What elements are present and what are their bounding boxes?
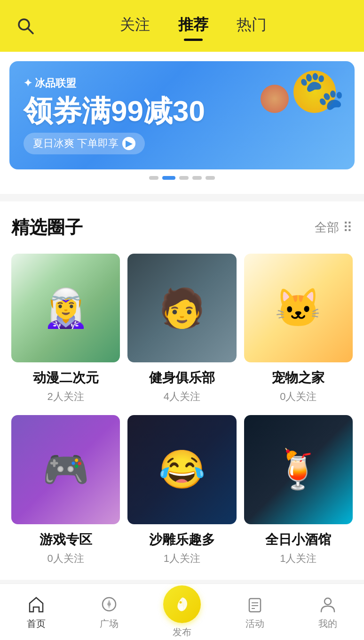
circle-img-fitness: 🧑 [127,254,236,362]
circle-item-fitness[interactable]: 🧑 健身俱乐部 4人关注 [127,254,236,404]
bottom-nav: 首页 广场 发布 [0,584,364,640]
anime-emoji: 🧝‍♀️ [42,286,89,330]
circle-name-funny: 沙雕乐趣多 [149,531,215,549]
circle-followers-bar: 1人关注 [280,552,317,566]
bar-emoji: 🍹 [275,448,322,492]
banner-dots [9,176,355,180]
svg-point-0 [19,19,29,30]
circle-img-bar: 🍹 [244,415,353,524]
section-more-label: 全部 [315,219,339,236]
section-title: 精选圈子 [11,216,83,240]
circle-name-game: 游戏专区 [40,531,92,549]
circle-followers-fitness: 4人关注 [164,390,200,404]
banner-logo-star: ✦ [24,77,32,89]
banner-dot-1 [149,176,158,180]
svg-point-9 [179,601,182,604]
banner-sub-text[interactable]: 夏日冰爽 下单即享 ▶ [24,133,145,154]
tab-recommend[interactable]: 推荐 [178,15,208,37]
svg-line-1 [28,29,33,33]
fitness-emoji: 🧑 [158,286,206,330]
circle-name-fitness: 健身俱乐部 [149,369,215,387]
section-more-button[interactable]: 全部 ⠿ [315,219,353,236]
tab-follow[interactable]: 关注 [120,15,150,37]
activity-icon [245,594,265,615]
person-icon [317,594,338,615]
main-scroll-area: 关注 推荐 热门 ✦ 冰品联盟 领券满99减30 夏日冰爽 下单即享 ▶ [0,0,364,640]
grid-icon: ⠿ [343,220,353,235]
circle-img-anime: 🧝‍♀️ [11,254,120,362]
circle-followers-game: 0人关注 [47,552,84,566]
circle-item-pet[interactable]: 🐱 宠物之家 0人关注 [244,254,353,404]
circle-item-funny[interactable]: 😂 沙雕乐趣多 1人关注 [127,415,236,565]
nav-label-mine: 我的 [318,617,337,630]
circle-item-bar[interactable]: 🍹 全日小酒馆 1人关注 [244,415,353,565]
circle-item-anime[interactable]: 🧝‍♀️ 动漫二次元 2人关注 [11,254,120,404]
banner-sub-arrow: ▶ [122,137,135,150]
circle-grid: 🧝‍♀️ 动漫二次元 2人关注 🧑 健身俱乐部 4人关注 🐱 宠物之家 0人关注 [11,254,353,566]
nav-item-publish[interactable]: 发布 [146,585,219,639]
banner-dot-3 [179,176,189,180]
banner-container: ✦ 冰品联盟 领券满99减30 夏日冰爽 下单即享 ▶ 🐾 [0,52,364,194]
nav-item-home[interactable]: 首页 [0,594,73,630]
circle-followers-funny: 1人关注 [164,552,200,566]
nav-label-publish: 发布 [173,626,191,639]
circles-section: 精选圈子 全部 ⠿ 🧝‍♀️ 动漫二次元 2人关注 🧑 健身俱乐部 [0,201,364,580]
banner[interactable]: ✦ 冰品联盟 领券满99减30 夏日冰爽 下单即享 ▶ 🐾 [9,61,355,169]
funny-emoji: 😂 [158,448,206,492]
home-icon [26,594,47,615]
circle-img-funny: 😂 [127,415,236,524]
banner-logo-text: 冰品联盟 [35,76,76,90]
game-emoji: 🎮 [42,448,89,492]
banner-sub-label: 夏日冰爽 下单即享 [33,136,119,151]
nav-item-activity[interactable]: 活动 [218,594,291,630]
circle-name-bar: 全日小酒馆 [265,531,331,549]
deco-figure: 🐾 [298,68,345,112]
circle-item-game[interactable]: 🎮 游戏专区 0人关注 [11,415,120,565]
publish-button[interactable] [163,585,201,623]
banner-dot-4 [192,176,202,180]
compass-icon [99,594,119,615]
header: 关注 推荐 热门 [0,0,364,52]
circle-img-pet: 🐱 [244,254,353,362]
nav-label-square: 广场 [100,617,119,630]
nav-label-home: 首页 [27,617,46,630]
nav-item-mine[interactable]: 我的 [291,594,364,630]
svg-point-14 [324,598,331,605]
banner-right-decoration: 🐾 [232,61,355,169]
nav-item-square[interactable]: 广场 [73,594,146,630]
circle-followers-anime: 2人关注 [47,390,84,404]
banner-dot-5 [206,176,215,180]
circle-img-game: 🎮 [11,415,120,524]
circle-name-anime: 动漫二次元 [33,369,99,387]
circle-name-pet: 宠物之家 [272,369,324,387]
banner-dot-2 [162,176,175,180]
pet-emoji: 🐱 [275,286,322,330]
nav-label-activity: 活动 [245,617,264,630]
header-tabs: 关注 推荐 热门 [37,15,350,37]
circle-followers-pet: 0人关注 [280,390,317,404]
search-icon[interactable] [14,15,37,37]
tab-hot[interactable]: 热门 [237,15,267,37]
deco-circle-2 [261,85,289,113]
section-header: 精选圈子 全部 ⠿ [11,216,353,240]
svg-point-8 [179,606,185,610]
